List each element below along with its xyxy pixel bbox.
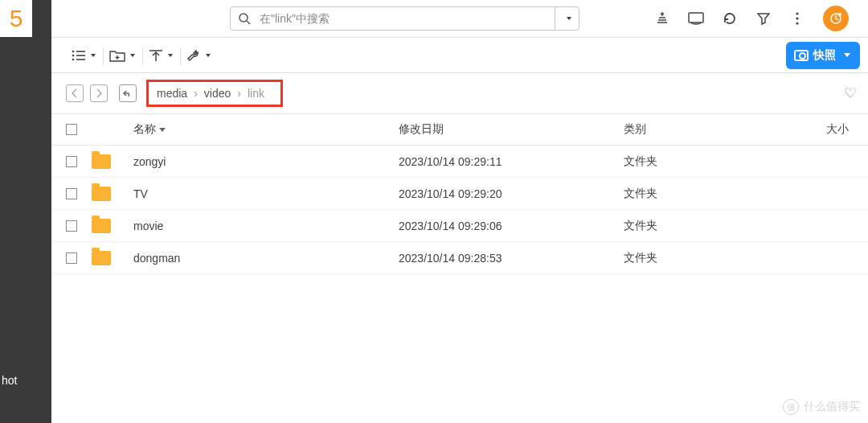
table-header: 名称 修改日期 类别 大小 — [51, 113, 868, 146]
watermark: 值 什么值得买 — [783, 399, 860, 415]
col-name[interactable]: 名称 — [133, 122, 399, 137]
toolbar: 快照 — [51, 37, 868, 73]
cell-type: 文件夹 — [624, 187, 792, 201]
sort-desc-icon — [159, 128, 166, 132]
cell-date: 2023/10/14 09:29:20 — [399, 187, 624, 200]
svg-point-0 — [240, 14, 248, 22]
search-dropdown[interactable] — [555, 7, 579, 30]
table-row[interactable]: zongyi2023/10/14 09:29:11文件夹 — [51, 146, 868, 178]
col-size[interactable]: 大小 — [792, 122, 868, 137]
camera-icon — [794, 50, 809, 61]
folder-icon — [92, 187, 111, 201]
row-checkbox[interactable] — [66, 253, 77, 264]
favorite-icon[interactable]: ♡ — [844, 84, 860, 102]
chevron-right-icon: › — [194, 87, 198, 100]
nav-undo-button[interactable] — [119, 84, 137, 102]
select-all-checkbox[interactable] — [66, 124, 77, 135]
more-icon[interactable] — [789, 10, 805, 27]
cell-name: TV — [133, 187, 399, 200]
folder-icon — [92, 219, 111, 233]
refresh-icon[interactable] — [722, 10, 738, 27]
cell-date: 2023/10/14 09:29:06 — [399, 220, 624, 232]
nav-back-button[interactable] — [66, 84, 84, 102]
upload-button[interactable] — [143, 43, 178, 68]
nav-forward-button[interactable] — [90, 84, 108, 102]
snapshot-button[interactable]: 快照 — [786, 42, 860, 69]
table-row[interactable]: TV2023/10/14 09:29:20文件夹 — [51, 178, 868, 210]
breadcrumb-row: media › video › link ♡ — [51, 73, 868, 113]
cell-date: 2023/10/14 09:29:11 — [399, 155, 624, 168]
folder-icon — [92, 251, 111, 265]
svg-point-3 — [796, 12, 798, 14]
left-sidebar: 5 hot — [0, 0, 51, 423]
title-actions — [654, 6, 860, 31]
svg-rect-2 — [689, 13, 703, 23]
cell-type: 文件夹 — [624, 154, 792, 169]
new-folder-button[interactable] — [104, 43, 140, 68]
chevron-right-icon: › — [237, 87, 241, 100]
table-row[interactable]: movie2023/10/14 09:29:06文件夹 — [51, 210, 868, 242]
cell-name: dongman — [133, 252, 399, 265]
search-input[interactable] — [258, 11, 555, 26]
col-type[interactable]: 类别 — [624, 122, 792, 137]
folder-icon — [92, 154, 111, 169]
svg-point-10 — [72, 58, 75, 60]
titlebar — [51, 0, 868, 37]
breadcrumb-item[interactable]: media — [157, 87, 187, 100]
upload-icon[interactable] — [654, 10, 670, 27]
breadcrumb: media › video › link — [146, 80, 283, 107]
svg-point-9 — [72, 54, 75, 56]
logo-digit: 5 — [0, 0, 32, 37]
cell-date: 2023/10/14 09:28:53 — [399, 252, 624, 265]
chevron-down-icon — [844, 53, 850, 57]
table-row[interactable]: dongman2023/10/14 09:28:53文件夹 — [51, 242, 868, 274]
snapshot-label: 快照 — [813, 48, 836, 63]
cell-name: movie — [133, 220, 399, 232]
breadcrumb-item[interactable]: video — [204, 87, 231, 100]
svg-point-5 — [796, 22, 798, 24]
filter-icon[interactable] — [755, 10, 772, 27]
svg-point-7 — [838, 13, 841, 16]
view-list-button[interactable] — [66, 43, 100, 68]
notification-icon[interactable] — [823, 6, 849, 31]
svg-point-4 — [796, 17, 798, 19]
row-checkbox[interactable] — [66, 156, 77, 167]
sidebar-label: hot — [0, 374, 51, 387]
main-pane: 快照 media › video › link ♡ 名称 修改日期 — [51, 0, 868, 423]
cell-type: 文件夹 — [624, 219, 792, 233]
cell-name: zongyi — [133, 155, 399, 168]
row-checkbox[interactable] — [66, 220, 77, 232]
row-checkbox[interactable] — [66, 188, 77, 199]
file-list: zongyi2023/10/14 09:29:11文件夹TV2023/10/14… — [51, 146, 868, 274]
tools-button[interactable] — [181, 43, 215, 68]
svg-line-1 — [247, 21, 250, 24]
cast-icon[interactable] — [688, 10, 704, 27]
col-date[interactable]: 修改日期 — [399, 122, 624, 137]
search-icon — [231, 12, 258, 25]
breadcrumb-item-current: link — [248, 87, 264, 100]
watermark-icon: 值 — [783, 399, 799, 415]
cell-type: 文件夹 — [624, 251, 792, 265]
search-box[interactable] — [230, 6, 579, 31]
svg-point-8 — [72, 50, 75, 52]
